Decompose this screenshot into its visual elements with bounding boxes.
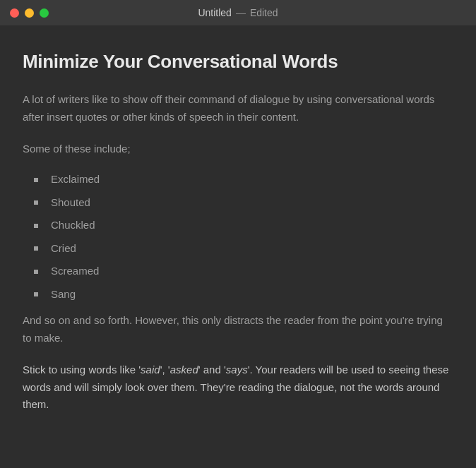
paragraph-4: Stick to using words like 'said', 'asked… bbox=[23, 361, 453, 414]
bullet-icon bbox=[34, 292, 38, 296]
list-item: Exclaimed bbox=[34, 172, 453, 188]
said-italic: said bbox=[141, 364, 160, 376]
paragraph-3: And so on and so forth. However, this on… bbox=[23, 312, 453, 347]
paragraph-2: Some of these include; bbox=[23, 140, 453, 158]
maximize-button[interactable] bbox=[40, 8, 49, 18]
bullet-icon bbox=[34, 270, 38, 274]
list-item-label: Screamed bbox=[51, 263, 99, 280]
minimize-button[interactable] bbox=[25, 8, 34, 18]
list-item: Chuckled bbox=[34, 217, 453, 234]
title-bar: Untitled — Edited bbox=[0, 0, 476, 25]
list-item: Screamed bbox=[34, 263, 453, 280]
document-heading: Minimize Your Conversational Words bbox=[23, 51, 453, 73]
word-list: Exclaimed Shouted Chuckled Cried Screame… bbox=[34, 172, 453, 302]
asked-italic: asked bbox=[170, 364, 198, 376]
window-title-group: Untitled — Edited bbox=[198, 7, 278, 18]
bullet-icon bbox=[34, 246, 38, 251]
bullet-icon bbox=[34, 224, 38, 228]
list-item: Cried bbox=[34, 241, 453, 257]
says-italic: says bbox=[226, 364, 248, 376]
traffic-lights[interactable] bbox=[10, 8, 49, 18]
list-item-label: Chuckled bbox=[51, 217, 95, 234]
bullet-icon bbox=[34, 178, 38, 182]
paragraph-1: A lot of writers like to show off their … bbox=[23, 91, 453, 126]
document-content: Minimize Your Conversational Words A lot… bbox=[0, 25, 476, 468]
list-item-label: Exclaimed bbox=[51, 172, 100, 188]
list-item: Sang bbox=[34, 287, 453, 303]
document-status: Edited bbox=[250, 7, 278, 18]
list-item-label: Sang bbox=[51, 287, 76, 303]
close-button[interactable] bbox=[10, 8, 19, 18]
title-separator: — bbox=[236, 7, 246, 18]
bullet-icon bbox=[34, 200, 38, 205]
list-item-label: Cried bbox=[51, 241, 76, 257]
list-item-label: Shouted bbox=[51, 195, 90, 211]
document-title: Untitled bbox=[198, 7, 231, 18]
list-item: Shouted bbox=[34, 195, 453, 211]
